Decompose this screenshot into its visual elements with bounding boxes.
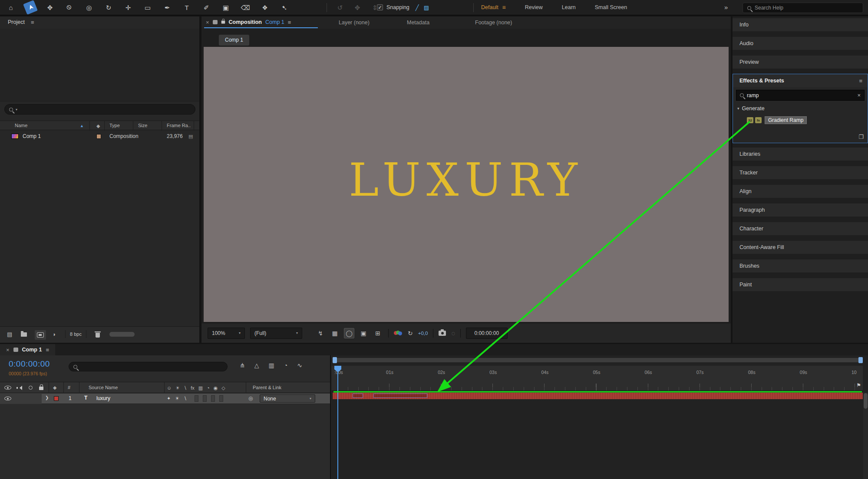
timeline-search-input[interactable]	[80, 364, 223, 370]
source-name-column[interactable]: Source Name	[89, 385, 118, 390]
fx-column-icon[interactable]: fx	[191, 385, 195, 390]
label-column-icon[interactable]: ◆	[96, 123, 100, 129]
timeline-navigator[interactable]	[333, 357, 863, 363]
current-time-display[interactable]: 0:00:00:00	[9, 359, 50, 369]
hand-tool-icon[interactable]: ✥	[44, 2, 56, 13]
lock-column-icon[interactable]	[39, 387, 43, 390]
close-icon[interactable]: ×	[206, 19, 209, 26]
threed-column-icon[interactable]: ◇	[221, 385, 225, 391]
timeline-vertical-scrollbar[interactable]	[863, 393, 868, 479]
viewer-tab-metadata[interactable]: Metadata	[407, 20, 429, 26]
show-snapshot-icon[interactable]: ◌	[451, 330, 455, 337]
layer-bar-segment[interactable]	[373, 394, 427, 398]
mask-visibility-icon[interactable]: ◯	[344, 328, 354, 338]
parent-select[interactable]: None ▾	[260, 394, 315, 403]
orbit-camera-tool-icon[interactable]: ↺	[334, 2, 346, 13]
panel-tab-info[interactable]: Info	[733, 18, 868, 31]
rotation-tool-icon[interactable]: ↻	[103, 2, 114, 13]
delete-icon[interactable]	[96, 333, 100, 338]
column-frame-rate[interactable]: Frame Ra..	[167, 123, 191, 128]
graph-editor-icon[interactable]: ∿	[297, 362, 302, 369]
column-type[interactable]: Type	[109, 123, 120, 128]
project-search-input[interactable]	[20, 106, 191, 112]
rectangle-tool-icon[interactable]: ▭	[142, 2, 153, 13]
panel-gripper-icon[interactable]: ❐	[858, 134, 864, 140]
puppet-pin-tool-icon[interactable]: ➷	[279, 2, 290, 13]
viewer-breadcrumb-chip[interactable]: Comp 1	[219, 35, 249, 46]
panel-tab-paint[interactable]: Paint	[733, 278, 868, 291]
snapshot-icon[interactable]	[439, 331, 446, 336]
twirl-closed-icon[interactable]: ❯	[45, 395, 49, 400]
panel-menu-icon[interactable]: ≡	[46, 347, 49, 353]
layer-collapse-icon[interactable]: ☀	[175, 396, 179, 401]
scrollbar-thumb[interactable]	[864, 393, 868, 409]
snapping-checkbox[interactable]: ✓	[377, 4, 383, 10]
transparency-grid-icon[interactable]: ▦	[330, 328, 340, 338]
layer-visibility-icon[interactable]	[4, 397, 11, 400]
solo-column-icon[interactable]	[29, 386, 33, 390]
panel-tab-libraries[interactable]: Libraries	[733, 148, 868, 161]
home-icon[interactable]: ⌂	[5, 2, 17, 13]
column-name[interactable]: Name	[15, 123, 27, 128]
new-composition-icon[interactable]	[35, 330, 46, 340]
layer-bar-segment[interactable]	[353, 394, 363, 398]
layer-name[interactable]: luxury	[96, 395, 110, 401]
project-panel-header[interactable]: Project ≡	[0, 16, 199, 28]
label-column-icon[interactable]: ◆	[53, 385, 56, 390]
camera-tool-icon[interactable]: ◎	[83, 2, 95, 13]
panel-tab-content-aware-fill[interactable]: Content-Aware Fill	[733, 241, 868, 254]
panel-tab-audio[interactable]: Audio	[733, 37, 868, 50]
channel-color-icon[interactable]	[394, 331, 403, 336]
frame-blending-icon[interactable]: ▥	[269, 362, 274, 369]
draft-3d-icon[interactable]: △	[254, 362, 259, 369]
fast-previews-icon[interactable]: ↯	[315, 328, 326, 338]
panel-tab-brushes[interactable]: Brushes	[733, 259, 868, 272]
close-icon[interactable]: ×	[6, 347, 10, 353]
new-folder-icon[interactable]	[21, 332, 27, 337]
effects-search-input[interactable]	[747, 92, 854, 98]
panel-tab-tracker[interactable]: Tracker	[733, 166, 868, 179]
audio-column-icon[interactable]	[17, 385, 22, 390]
lock-icon[interactable]	[221, 21, 225, 24]
panel-menu-icon[interactable]: ≡	[31, 19, 34, 26]
exposure-value[interactable]: +0,0	[418, 331, 428, 336]
motion-blur-icon[interactable]: ◔	[284, 362, 287, 369]
workspace-tab-default[interactable]: Default	[481, 4, 498, 10]
interpret-footage-icon[interactable]: ▤	[7, 331, 12, 338]
help-search-input[interactable]	[755, 5, 858, 11]
viewer-tab-footage[interactable]: Footage (none)	[475, 20, 512, 26]
effects-group-generate[interactable]: ▾ Generate	[737, 105, 765, 112]
resolution-select[interactable]: (Full) ▾	[250, 328, 302, 339]
eraser-tool-icon[interactable]: ⌫	[240, 2, 251, 13]
panel-menu-icon[interactable]: ≡	[288, 19, 291, 26]
viewer-tab-composition[interactable]: × Composition Comp 1 ≡	[206, 16, 291, 28]
sort-ascending-icon[interactable]: ▲	[80, 124, 84, 128]
grid-guides-icon[interactable]: ⊞	[373, 328, 383, 338]
playhead-line[interactable]	[337, 366, 338, 479]
clone-stamp-tool-icon[interactable]: ▣	[220, 2, 231, 13]
panel-tab-paragraph[interactable]: Paragraph	[733, 203, 868, 217]
snap-along-edges-icon[interactable]: ╱	[416, 4, 419, 11]
frame-blend-column-icon[interactable]: ▥	[198, 385, 203, 391]
adjustment-layer-column-icon[interactable]: ◉	[214, 385, 218, 391]
parent-link-column[interactable]: Parent & Link	[253, 385, 281, 390]
composition-text-layer[interactable]: LUXURY	[349, 154, 583, 207]
column-size[interactable]: Size	[138, 123, 147, 128]
search-options-caret-icon[interactable]: ▾	[16, 108, 17, 112]
bit-depth-button[interactable]: 8 bpc	[65, 330, 86, 338]
workspace-menu-icon[interactable]: ≡	[502, 4, 506, 11]
quality-column-icon[interactable]: ∖	[184, 385, 187, 391]
workspace-tab-small-screen[interactable]: Small Screen	[595, 4, 627, 10]
timeline-tab-comp1[interactable]: × Comp 1 ≡	[0, 344, 55, 355]
layer-label-color-chip[interactable]	[54, 396, 59, 401]
toolbar-overflow-icon[interactable]: »	[724, 3, 728, 11]
panel-tab-preview[interactable]: Preview	[733, 56, 868, 69]
layer-quality-icon[interactable]: ∖	[184, 396, 187, 401]
pan-camera-tool-icon[interactable]: ✥	[352, 2, 363, 13]
workspace-tab-learn[interactable]: Learn	[562, 4, 576, 10]
panel-menu-icon[interactable]: ≡	[859, 78, 862, 84]
composition-mini-flowchart-icon[interactable]: ⋔	[240, 362, 245, 369]
label-color-chip[interactable]	[96, 134, 101, 139]
video-column-icon[interactable]	[4, 386, 11, 390]
twirl-open-icon[interactable]: ▾	[737, 106, 739, 111]
